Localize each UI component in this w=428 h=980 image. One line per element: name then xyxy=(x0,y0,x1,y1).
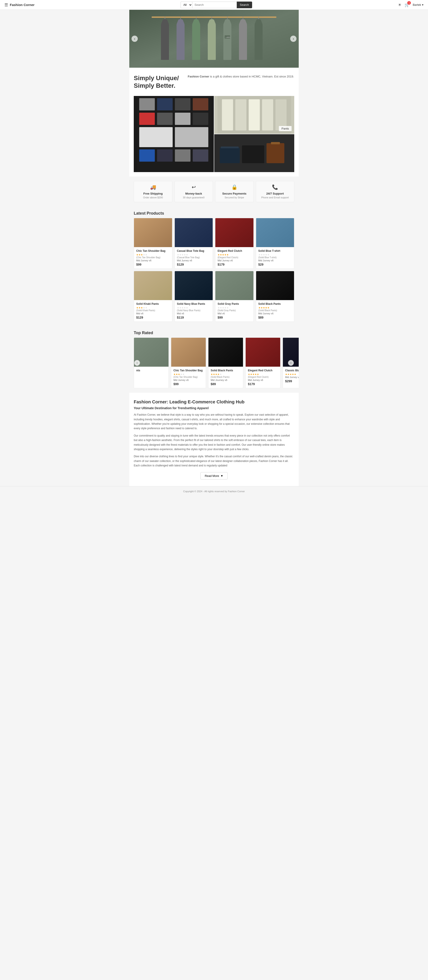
top-rated-stars: ★★★★★ xyxy=(211,373,241,376)
search-button[interactable]: Search xyxy=(237,2,252,8)
header-search: All Search xyxy=(180,2,252,8)
product-name: Casual Blue Tote Bag xyxy=(177,249,211,253)
article-body: At Fashion Corner, we believe that style… xyxy=(134,412,294,468)
svg-rect-37 xyxy=(262,99,273,130)
feature-money-back: ↩ Money-back 30 days guarantee0 xyxy=(174,181,213,202)
top-rated-card[interactable]: Elegant Red Clutch ★★★★★ (Elegant Red Cl… xyxy=(246,337,280,388)
search-category-select[interactable]: All xyxy=(180,2,192,8)
cart-button[interactable]: 🛒 1 xyxy=(405,2,409,7)
product-image xyxy=(256,218,294,247)
product-image xyxy=(134,271,172,300)
hero-navigation: ‹ › xyxy=(129,36,299,42)
product-brand: Mid Jurney v6 xyxy=(177,259,211,262)
intro-description: Fashion Corner is a gift & clothes store… xyxy=(188,74,294,79)
product-variant: (Solid Khaki Pants) xyxy=(136,309,170,312)
category-bags[interactable] xyxy=(214,134,294,172)
top-rated-info: Solid Black Pants ★★★★★ (Solid Black Pan… xyxy=(208,367,243,388)
product-name: Solid Navy Blue Pants xyxy=(177,302,211,305)
product-stars: ★★★★★ xyxy=(217,306,251,309)
svg-rect-29 xyxy=(139,150,155,162)
svg-rect-22 xyxy=(193,98,208,110)
product-card[interactable]: Chic Tan Shoulder Bag ★★★★★ (Chic Tan Sh… xyxy=(134,218,172,269)
header-left: ☰ Fashion Corner xyxy=(5,2,35,7)
svg-rect-49 xyxy=(134,271,172,300)
shipping-icon: 🚚 xyxy=(137,185,169,190)
header-right: ☀ 🛒 1 Bartek ▾ xyxy=(398,2,423,7)
product-card[interactable]: Casual Blue Tote Bag ★★★★★ (Casual Blue … xyxy=(174,218,213,269)
svg-rect-56 xyxy=(246,338,280,367)
read-more-chevron-icon: ▼ xyxy=(220,474,224,477)
product-info: Solid Blue T-shirt ★★★★★ (Solid Blue T-s… xyxy=(256,247,294,269)
latest-products-grid: Chic Tan Shoulder Bag ★★★★★ (Chic Tan Sh… xyxy=(129,218,299,326)
svg-rect-5 xyxy=(177,24,185,60)
product-brand: Mid v6 xyxy=(177,312,211,315)
intro-headline: Simply Unique/ Simply Better. xyxy=(134,74,179,89)
hero-section: LABEL ‹ › xyxy=(129,10,299,68)
svg-rect-48 xyxy=(256,218,294,247)
product-image xyxy=(216,271,254,300)
product-card[interactable]: Solid Black Pants ★★★★★ (Solid Black Pan… xyxy=(256,271,294,322)
svg-rect-27 xyxy=(139,127,173,147)
read-more-button[interactable]: Read More ▼ xyxy=(200,472,227,479)
product-card[interactable]: Elegant Red Clutch ★★★★★ (Elegant Red Cl… xyxy=(215,218,254,269)
category-tshirts[interactable] xyxy=(134,96,214,172)
product-card[interactable]: Solid Khaki Pants ★★★★★ (Solid Khaki Pan… xyxy=(134,271,172,322)
hero-next-button[interactable]: › xyxy=(290,36,297,42)
top-rated-card[interactable]: Solid Black Pants ★★★★★ (Solid Black Pan… xyxy=(208,337,243,388)
product-variant: (Solid Navy Blue Pants) xyxy=(177,309,211,312)
product-price: $129 xyxy=(177,263,211,266)
category-pants[interactable]: Pants xyxy=(214,96,294,134)
svg-rect-9 xyxy=(208,24,216,60)
product-brand: Mid Jurney v6 xyxy=(136,259,170,262)
product-info: Elegant Red Clutch ★★★★★ (Elegant Red Cl… xyxy=(216,247,254,269)
svg-rect-21 xyxy=(175,98,191,110)
read-more-label: Read More xyxy=(204,474,219,477)
product-name: Chic Tan Shoulder Bag xyxy=(136,249,170,253)
product-stars: ★★★★★ xyxy=(136,306,170,309)
theme-toggle-icon[interactable]: ☀ xyxy=(398,2,401,7)
svg-rect-35 xyxy=(235,99,246,130)
search-input[interactable] xyxy=(192,2,237,8)
svg-rect-50 xyxy=(175,271,212,300)
svg-rect-17 xyxy=(255,24,263,60)
svg-rect-47 xyxy=(216,218,253,247)
product-price: $29 xyxy=(258,263,292,266)
product-info: Solid Navy Blue Pants ★★★★★ (Solid Navy … xyxy=(175,300,213,321)
hamburger-icon[interactable]: ☰ xyxy=(5,2,8,7)
svg-rect-55 xyxy=(208,338,243,367)
product-variant: (Solid Black Pants) xyxy=(258,309,292,312)
top-rated-brand: Mid Jurney v6 xyxy=(173,379,203,381)
svg-rect-30 xyxy=(157,150,173,162)
intro-brand-name: Fashion Corner xyxy=(188,75,209,78)
product-variant: (Solid Gray Pants) xyxy=(217,309,251,312)
product-card[interactable]: Solid Navy Blue Pants ★★★★★ (Solid Navy … xyxy=(174,271,213,322)
user-menu-button[interactable]: Bartek ▾ xyxy=(413,3,423,6)
top-rated-info: Elegant Red Clutch ★★★★★ (Elegant Red Cl… xyxy=(246,367,280,388)
top-rated-variant: (Solid Black Pants) xyxy=(211,376,241,378)
svg-rect-23 xyxy=(139,113,155,125)
product-info: Solid Khaki Pants ★★★★★ (Solid Khaki Pan… xyxy=(134,300,172,321)
article-title: Fashion Corner: Leading E-Commerce Cloth… xyxy=(134,399,294,404)
product-variant: (Casual Blue Tote Bag) xyxy=(177,256,211,259)
scroll-right-button[interactable]: › xyxy=(288,360,294,366)
top-rated-scroll-wrapper: ‹ nts xyxy=(129,337,299,388)
top-rated-card[interactable]: Chic Tan Shoulder Bag ★★★★★ (Chic Tan Sh… xyxy=(171,337,206,388)
top-rated-scroll: nts Chic Tan Shoulder Bag ★★★★★ xyxy=(129,337,299,388)
top-rated-brand: Mid Jurney v6 xyxy=(248,379,278,381)
footer-copyright: Copyright © 2024 - All rights reserved b… xyxy=(183,490,245,493)
bags-image xyxy=(214,134,294,172)
svg-rect-19 xyxy=(139,98,155,110)
article-paragraph: Dive into our diverse clothing lines to … xyxy=(134,454,294,468)
secure-desc: Secured by Stripe xyxy=(219,196,250,199)
product-price: $99 xyxy=(136,263,170,266)
product-image xyxy=(256,271,294,300)
product-card[interactable]: Solid Gray Pants ★★★★★ (Solid Gray Pants… xyxy=(215,271,254,322)
svg-rect-41 xyxy=(242,145,264,163)
shipping-title: Free Shipping xyxy=(137,192,169,195)
product-brand: Mid v6 xyxy=(136,312,170,315)
top-rated-name: Chic Tan Shoulder Bag xyxy=(173,369,203,372)
scroll-left-button[interactable]: ‹ xyxy=(134,360,140,366)
product-card[interactable]: Solid Blue T-shirt ★★★★★ (Solid Blue T-s… xyxy=(256,218,294,269)
top-rated-brand: Mid Journey v6 xyxy=(211,379,241,381)
hero-prev-button[interactable]: ‹ xyxy=(131,36,138,42)
